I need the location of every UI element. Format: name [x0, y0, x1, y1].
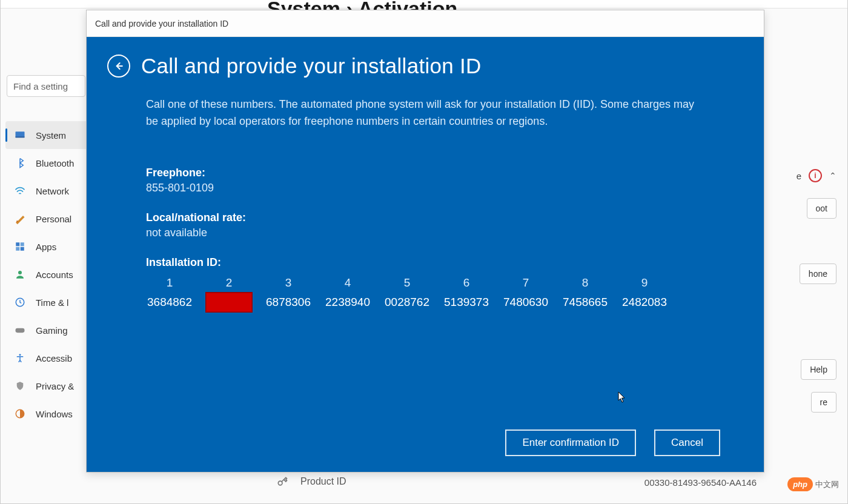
- system-icon: [14, 129, 26, 141]
- svg-point-6: [18, 271, 22, 274]
- iid-value-redacted: [205, 296, 253, 313]
- freephone-label: Freephone:: [146, 167, 707, 179]
- svg-rect-2: [16, 242, 19, 246]
- dialog-button-row: Enter confirmation ID Cancel: [505, 429, 720, 456]
- sidebar-item-label: Bluetooth: [36, 158, 74, 168]
- sidebar-item-label: System: [36, 130, 66, 141]
- activation-dialog: Call and provide your installation ID Ca…: [86, 10, 764, 472]
- network-icon: [14, 185, 26, 197]
- chevron-up-icon: ⌃: [829, 171, 836, 181]
- sidebar-item-label: Accounts: [36, 270, 73, 280]
- privacy--icon: [14, 380, 26, 392]
- sidebar-item-label: Network: [36, 186, 69, 196]
- iid-value-cell: 6878306: [265, 296, 312, 313]
- search-input[interactable]: Find a setting: [7, 75, 85, 97]
- iid-values-row: 3684862687830622389400028762513937374806…: [146, 296, 707, 313]
- key-icon: [276, 476, 288, 488]
- svg-point-9: [19, 354, 21, 356]
- bluetooth-icon: [14, 157, 26, 169]
- activation-state-row[interactable]: e i ⌃: [758, 164, 836, 188]
- svg-point-11: [278, 481, 282, 485]
- get-help-button[interactable]: Help: [801, 359, 836, 380]
- iid-header-cell: 7: [502, 276, 549, 290]
- mouse-cursor-icon: [618, 391, 626, 403]
- svg-rect-4: [16, 247, 19, 251]
- iid-header-cell: 4: [324, 276, 371, 290]
- iid-header-cell: 8: [561, 276, 609, 290]
- store-button[interactable]: re: [811, 392, 836, 413]
- dialog-description: Call one of these numbers. The automated…: [146, 96, 707, 130]
- activate-by-phone-button[interactable]: hone: [800, 264, 836, 284]
- gaming-icon: [14, 324, 26, 336]
- iid-header-cell: 2: [205, 276, 253, 290]
- iid-header-cell: 5: [383, 276, 431, 290]
- freephone-block: Freephone: 855-801-0109: [146, 167, 707, 194]
- iid-value-cell: 3684862: [146, 296, 193, 313]
- cancel-button[interactable]: Cancel: [654, 429, 720, 456]
- sidebar-item-label: Personal: [36, 214, 71, 224]
- national-rate-label: Local/national rate:: [146, 211, 707, 224]
- watermark-text: 中文网: [815, 479, 839, 490]
- installation-id-label: Installation ID:: [146, 256, 707, 269]
- watermark-badge: php: [787, 477, 813, 491]
- sidebar-item-label: Windows: [36, 409, 73, 419]
- iid-header-cell: 9: [621, 276, 668, 290]
- svg-rect-5: [21, 247, 24, 251]
- sidebar-item-label: Time & l: [36, 297, 68, 308]
- svg-rect-3: [21, 242, 24, 246]
- search-placeholder: Find a setting: [13, 81, 68, 91]
- enter-confirmation-id-button[interactable]: Enter confirmation ID: [505, 429, 636, 456]
- iid-value-cell: 7458665: [561, 296, 609, 313]
- sidebar-item-label: Gaming: [36, 325, 68, 336]
- troubleshoot-button[interactable]: oot: [807, 198, 836, 219]
- dialog-titlebar[interactable]: Call and provide your installation ID: [87, 10, 764, 37]
- activation-panel-partial: e i ⌃ oot hone Help re: [758, 164, 836, 414]
- iid-value-cell: 2482083: [621, 296, 668, 313]
- apps-icon: [14, 240, 26, 253]
- installation-id-block: Installation ID:: [146, 256, 707, 269]
- product-id-value: 00330-81493-96540-AA146: [644, 477, 757, 488]
- time-l-icon: [14, 296, 26, 308]
- accessib-icon: [14, 352, 26, 364]
- state-text: e: [797, 171, 801, 181]
- iid-header-cell: 6: [443, 276, 490, 290]
- sidebar-item-label: Apps: [36, 242, 56, 252]
- watermark: php 中文网: [787, 477, 839, 491]
- iid-value-cell: 2238940: [324, 296, 371, 313]
- info-icon: i: [809, 169, 822, 182]
- iid-value-cell: 5139373: [443, 296, 490, 313]
- back-button[interactable]: [107, 55, 130, 78]
- dialog-window-title: Call and provide your installation ID: [95, 19, 228, 28]
- national-rate-value: not available: [146, 227, 707, 239]
- arrow-left-icon: [113, 60, 125, 72]
- accounts-icon: [14, 268, 26, 280]
- national-rate-block: Local/national rate: not available: [146, 211, 707, 239]
- iid-value-cell: 7480630: [502, 296, 549, 313]
- iid-header-cell: 1: [146, 276, 193, 290]
- iid-value-cell: 0028762: [383, 296, 431, 313]
- installation-id-grid: 123456789 368486268783062238940002876251…: [146, 276, 707, 313]
- iid-header-cell: 3: [265, 276, 312, 290]
- windows-icon: [14, 408, 26, 420]
- personal-icon: [14, 213, 26, 225]
- svg-rect-8: [16, 328, 25, 333]
- sidebar-item-label: Privacy &: [36, 381, 74, 391]
- freephone-value: 855-801-0109: [146, 182, 707, 194]
- svg-rect-1: [16, 137, 25, 138]
- sidebar-item-label: Accessib: [36, 353, 72, 363]
- redaction-box: [205, 292, 253, 313]
- dialog-title: Call and provide your installation ID: [141, 54, 482, 78]
- product-id-label: Product ID: [300, 476, 346, 487]
- dialog-body: Call and provide your installation ID Ca…: [87, 37, 764, 472]
